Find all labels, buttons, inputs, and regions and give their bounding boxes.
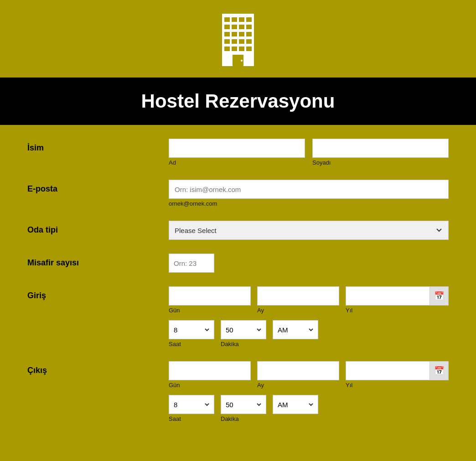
- building-icon: [220, 9, 256, 68]
- guest-count-input[interactable]: [169, 254, 214, 273]
- checkout-minute-hint: Dakika: [221, 415, 266, 422]
- checkin-year-wrapper: 2023 📅: [346, 286, 449, 306]
- checkout-day-hint: Gün: [169, 382, 251, 388]
- checkout-ampm-group: AM PM: [273, 395, 318, 422]
- checkout-minute-group: 00051015 20253035 40455055 Dakika: [221, 395, 266, 422]
- last-name-input[interactable]: [312, 139, 449, 158]
- checkout-month-wrapper: 12: [257, 361, 339, 380]
- svg-rect-5: [224, 25, 230, 29]
- checkin-month-group: 12 Ay: [257, 286, 339, 314]
- header-logo-area: [0, 0, 476, 78]
- checkin-day-wrapper: 14: [169, 286, 251, 306]
- checkout-minute-select[interactable]: 00051015 20253035 40455055: [221, 395, 266, 414]
- guest-count-fields: [169, 254, 449, 273]
- svg-rect-10: [232, 32, 237, 36]
- svg-rect-15: [239, 39, 244, 44]
- checkin-day-input[interactable]: 14: [169, 286, 251, 306]
- name-row: İsim Ad Soyadı: [27, 139, 449, 166]
- svg-rect-13: [224, 39, 230, 44]
- form-area: İsim Ad Soyadı E-posta ornek@ornek.com: [0, 125, 476, 454]
- checkout-year-hint: Yıl: [346, 382, 449, 388]
- last-name-hint: Soyadı: [312, 159, 449, 166]
- room-type-row: Oda tipi Please Select Single Room Doubl…: [27, 221, 449, 240]
- checkin-day-hint: Gün: [169, 307, 251, 314]
- checkin-minute-hint: Dakika: [221, 341, 266, 347]
- checkin-month-hint: Ay: [257, 307, 339, 314]
- checkout-month-hint: Ay: [257, 382, 339, 388]
- checkout-month-input[interactable]: 12: [257, 361, 339, 380]
- first-name-hint: Ad: [169, 159, 305, 166]
- name-fields: Ad Soyadı: [169, 139, 449, 166]
- checkout-hour-group: 1234 5678 9101112 Saat: [169, 395, 214, 422]
- checkin-time-fields: 1234 5678 9101112 Saat 00051015 20253035…: [169, 320, 449, 347]
- checkin-hour-hint: Saat: [169, 341, 214, 347]
- svg-rect-14: [232, 39, 237, 44]
- checkout-hour-select[interactable]: 1234 5678 9101112: [169, 395, 214, 414]
- email-input[interactable]: [169, 180, 449, 199]
- checkout-day-group: 14 Gün: [169, 361, 251, 388]
- guest-count-label: Misafir sayısı: [27, 254, 169, 268]
- checkout-day-wrapper: 14: [169, 361, 251, 380]
- svg-rect-9: [224, 32, 230, 36]
- first-name-input[interactable]: [169, 139, 305, 158]
- svg-rect-20: [246, 47, 252, 51]
- room-type-select[interactable]: Please Select Single Room Double Room Do…: [169, 221, 449, 240]
- checkin-ampm-select[interactable]: AM PM: [273, 320, 318, 339]
- svg-rect-11: [239, 32, 244, 36]
- room-type-label: Oda tipi: [27, 221, 169, 235]
- checkin-year-group: 2023 📅 Yıl: [346, 286, 449, 314]
- svg-rect-3: [239, 17, 244, 22]
- checkin-fields: 14 Gün 12 Ay 2023 📅: [169, 286, 449, 347]
- email-label: E-posta: [27, 180, 169, 194]
- last-name-group: Soyadı: [312, 139, 449, 166]
- guest-count-row: Misafir sayısı: [27, 254, 449, 273]
- checkin-minute-group: 00051015 20253035 40455055 Dakika: [221, 320, 266, 347]
- checkout-hour-hint: Saat: [169, 415, 214, 422]
- svg-rect-12: [246, 32, 252, 36]
- svg-rect-16: [246, 39, 252, 44]
- email-row: E-posta ornek@ornek.com: [27, 180, 449, 207]
- checkout-day-input[interactable]: 14: [169, 361, 251, 380]
- svg-rect-8: [246, 25, 252, 29]
- checkout-label: Çıkış: [27, 361, 169, 375]
- svg-rect-18: [232, 47, 237, 51]
- checkout-calendar-button[interactable]: 📅: [429, 361, 449, 380]
- checkout-year-group: 2023 📅 Yıl: [346, 361, 449, 388]
- checkin-day-group: 14 Gün: [169, 286, 251, 314]
- svg-rect-7: [239, 25, 244, 29]
- checkout-time-fields: 1234 5678 9101112 Saat 00051015 20253035…: [169, 395, 449, 422]
- checkout-row: Çıkış 14 Gün 12 Ay 2023: [27, 361, 449, 422]
- checkout-month-group: 12 Ay: [257, 361, 339, 388]
- room-type-fields: Please Select Single Room Double Room Do…: [169, 221, 449, 240]
- svg-rect-6: [232, 25, 237, 29]
- checkin-month-wrapper: 12: [257, 286, 339, 306]
- checkout-year-wrapper: 2023 📅: [346, 361, 449, 380]
- checkout-calendar-icon: 📅: [434, 366, 444, 376]
- checkin-date-fields: 14 Gün 12 Ay 2023 📅: [169, 286, 449, 314]
- checkout-fields: 14 Gün 12 Ay 2023 📅: [169, 361, 449, 422]
- title-bar: Hostel Rezervasyonu: [0, 78, 476, 125]
- svg-rect-2: [232, 17, 237, 22]
- first-name-group: Ad: [169, 139, 305, 166]
- checkin-hour-group: 1234 5678 9101112 Saat: [169, 320, 214, 347]
- svg-rect-4: [246, 17, 252, 22]
- checkin-label: Giriş: [27, 286, 169, 300]
- checkin-year-hint: Yıl: [346, 307, 449, 314]
- svg-rect-1: [224, 17, 230, 22]
- checkin-month-input[interactable]: 12: [257, 286, 339, 306]
- email-field-group: ornek@ornek.com: [169, 180, 449, 207]
- checkin-calendar-button[interactable]: 📅: [429, 286, 449, 306]
- checkin-calendar-icon: 📅: [434, 291, 444, 301]
- svg-point-22: [241, 60, 243, 62]
- checkin-ampm-group: AM PM: [273, 320, 318, 347]
- name-label: İsim: [27, 139, 169, 153]
- checkin-hour-select[interactable]: 1234 5678 9101112: [169, 320, 214, 339]
- checkin-row: Giriş 14 Gün 12 Ay 2023: [27, 286, 449, 347]
- checkout-ampm-select[interactable]: AM PM: [273, 395, 318, 414]
- svg-rect-17: [224, 47, 230, 51]
- checkout-date-fields: 14 Gün 12 Ay 2023 📅: [169, 361, 449, 388]
- svg-rect-19: [239, 47, 244, 51]
- email-fields: ornek@ornek.com: [169, 180, 449, 207]
- checkin-minute-select[interactable]: 00051015 20253035 40455055: [221, 320, 266, 339]
- email-hint: ornek@ornek.com: [169, 200, 449, 207]
